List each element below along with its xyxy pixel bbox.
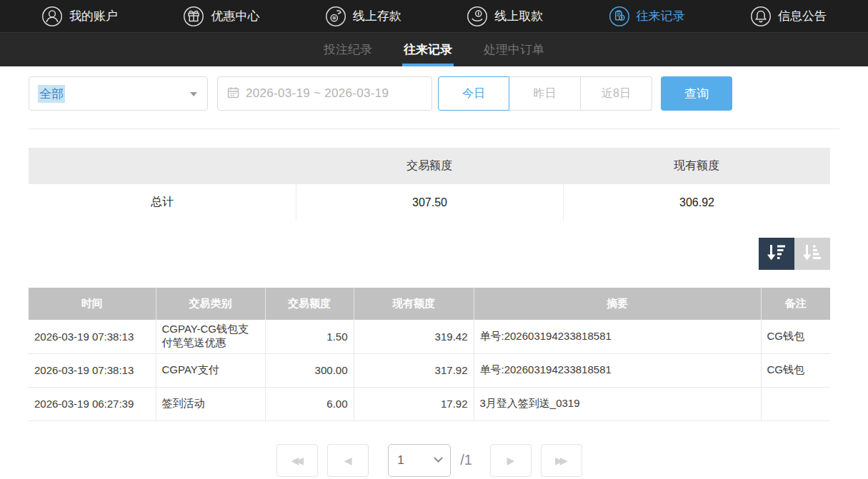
col-header-summary: 摘要 [474, 288, 761, 320]
double-right-arrow-icon: ▶▶ [555, 455, 565, 466]
dropdown-arrow-icon [190, 92, 197, 96]
gift-icon [183, 6, 204, 27]
main-content: 全部 2026-03-19 ~ 2026-03-19 今日 昨日 近8日 查询 … [29, 76, 830, 477]
col-header-time: 时间 [29, 288, 156, 320]
summary-header-balance: 现有额度 [563, 148, 830, 184]
first-page-button[interactable]: ◀◀ [276, 444, 318, 477]
nav-item-withdraw[interactable]: 线上取款 [467, 6, 543, 27]
cell-summary: 3月登入签到送_0319 [474, 387, 761, 420]
bell-icon [750, 6, 772, 27]
summary-table: 交易额度 现有额度 总计 307.50 306.92 [29, 148, 830, 221]
type-select[interactable]: 全部 [29, 76, 208, 111]
nav-item-label: 优惠中心 [211, 8, 259, 24]
cell-remark: CG钱包 [761, 320, 830, 353]
next-page-button[interactable]: ▶ [490, 444, 532, 477]
table-row: 2026-03-19 07:38:13 CGPAY-CG钱包支付笔笔送优惠 1.… [29, 320, 830, 353]
user-icon [41, 6, 63, 27]
sort-descending-icon [767, 243, 787, 265]
nav-item-label: 线上取款 [494, 8, 543, 24]
quick-date-group: 今日 昨日 近8日 [438, 76, 652, 111]
cell-transaction: 300.00 [265, 353, 354, 387]
nav-item-deposit[interactable]: 线上存款 [325, 6, 401, 27]
sort-controls [29, 238, 830, 270]
cell-type: CGPAY支付 [156, 353, 265, 387]
nav-item-transaction-records[interactable]: 往来记录 [609, 6, 685, 27]
cell-time: 2026-03-19 06:27:39 [29, 387, 156, 420]
sort-ascending-button[interactable] [794, 238, 830, 270]
cell-summary: 单号:202603194233818581 [474, 353, 761, 387]
cell-time: 2026-03-19 07:38:13 [29, 353, 156, 387]
col-header-balance: 现有额度 [354, 288, 474, 320]
nav-item-label: 信息公告 [778, 8, 827, 24]
date-range-input[interactable]: 2026-03-19 ~ 2026-03-19 [217, 76, 432, 111]
records-icon [609, 6, 630, 27]
sort-descending-button[interactable] [759, 238, 794, 270]
chevron-down-icon [434, 453, 443, 463]
yesterday-button[interactable]: 昨日 [509, 76, 581, 111]
last-page-button[interactable]: ▶▶ [541, 444, 582, 477]
calendar-icon [227, 86, 239, 101]
summary-total-row: 总计 307.50 306.92 [29, 184, 830, 221]
tab-betting-records[interactable]: 投注纪录 [308, 33, 388, 66]
cell-type: CGPAY-CG钱包支付笔笔送优惠 [156, 320, 265, 353]
summary-header-transaction: 交易额度 [296, 148, 563, 184]
page-total: /1 [460, 452, 472, 468]
table-row: 2026-03-19 07:38:13 CGPAY支付 300.00 317.9… [29, 353, 830, 387]
records-header-row: 时间 交易类别 交易额度 现有额度 摘要 备注 [29, 288, 830, 320]
divider [29, 128, 839, 129]
page-select[interactable]: 1 [388, 444, 451, 477]
sub-navigation: 投注纪录 往来记录 处理中订单 [0, 32, 868, 66]
cell-balance: 317.92 [354, 353, 474, 387]
withdraw-icon [467, 6, 488, 27]
cell-time: 2026-03-19 07:38:13 [29, 320, 156, 353]
summary-header-empty [29, 148, 296, 184]
nav-item-label: 线上存款 [353, 8, 401, 24]
nav-item-my-account[interactable]: 我的账户 [41, 6, 118, 27]
cell-remark: CG钱包 [761, 353, 830, 387]
page-select-value: 1 [397, 453, 404, 468]
top-navigation: 我的账户 优惠中心 线上存款 线上取款 [0, 0, 868, 32]
date-range-value: 2026-03-19 ~ 2026-03-19 [246, 86, 389, 101]
summary-total-label: 总计 [29, 184, 296, 221]
today-button[interactable]: 今日 [438, 76, 509, 111]
tab-processing-orders[interactable]: 处理中订单 [468, 33, 560, 66]
col-header-type: 交易类别 [156, 288, 265, 320]
left-arrow-icon: ◀ [344, 455, 352, 466]
col-header-transaction: 交易额度 [265, 288, 354, 320]
cell-remark [761, 387, 830, 420]
previous-page-button[interactable]: ◀ [327, 444, 369, 477]
nav-item-label: 往来记录 [637, 8, 685, 24]
pagination: ◀◀ ◀ 1 /1 ▶ ▶▶ [29, 444, 830, 477]
last-8-days-button[interactable]: 近8日 [581, 76, 652, 111]
summary-header-row: 交易额度 现有额度 [29, 148, 830, 184]
search-button[interactable]: 查询 [661, 76, 732, 111]
sort-ascending-icon [802, 243, 822, 265]
col-header-remark: 备注 [761, 288, 830, 320]
nav-item-label: 我的账户 [69, 8, 118, 24]
cell-summary: 单号:202603194233818581 [474, 320, 761, 353]
filter-row: 全部 2026-03-19 ~ 2026-03-19 今日 昨日 近8日 查询 [29, 76, 830, 111]
summary-total-balance: 306.92 [563, 184, 830, 221]
table-row: 2026-03-19 06:27:39 签到活动 6.00 17.92 3月登入… [29, 387, 830, 420]
summary-total-transaction: 307.50 [296, 184, 563, 221]
cell-balance: 319.42 [354, 320, 474, 353]
double-left-arrow-icon: ◀◀ [291, 455, 301, 466]
cell-transaction: 6.00 [265, 387, 354, 420]
cell-balance: 17.92 [354, 387, 474, 420]
deposit-icon [325, 6, 346, 27]
nav-item-promotions[interactable]: 优惠中心 [183, 6, 259, 27]
nav-item-announcements[interactable]: 信息公告 [750, 6, 827, 27]
type-select-value: 全部 [38, 85, 65, 103]
right-arrow-icon: ▶ [507, 455, 514, 466]
tab-transaction-records[interactable]: 往来记录 [388, 33, 468, 66]
cell-transaction: 1.50 [265, 320, 354, 353]
records-table: 时间 交易类别 交易额度 现有额度 摘要 备注 2026-03-19 07:38… [29, 288, 830, 421]
cell-type: 签到活动 [156, 387, 265, 420]
